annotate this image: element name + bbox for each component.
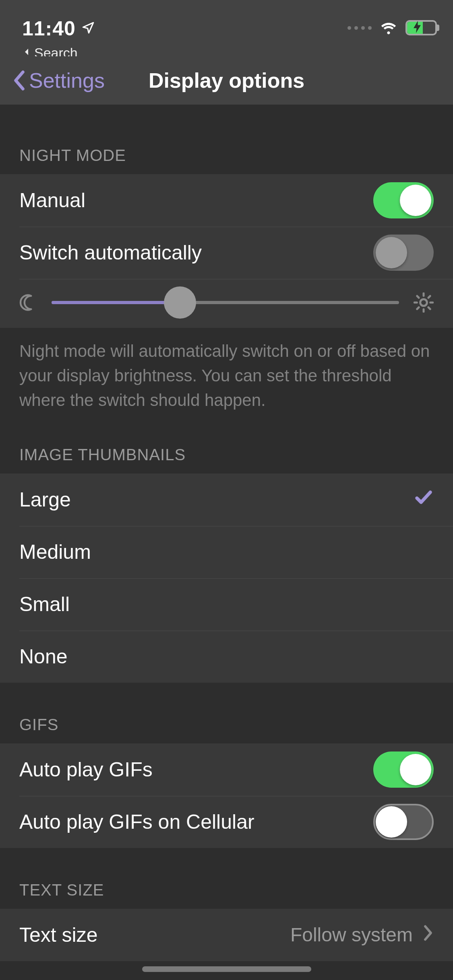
svg-line-7 [417,307,419,309]
row-manual[interactable]: Manual [0,174,453,226]
wifi-icon [379,20,398,35]
page-title: Display options [149,68,304,93]
manual-label: Manual [19,189,85,212]
brightness-slider[interactable] [52,301,399,304]
battery-indicator [405,20,437,35]
nav-bar: Settings Display options [0,56,453,105]
svg-point-0 [420,299,427,306]
home-indicator[interactable] [142,966,311,972]
night-mode-footer: Night mode will automatically switch on … [0,328,453,413]
row-autoplay-gifs[interactable]: Auto play GIFs [0,743,453,796]
text-size-value: Follow system [290,924,413,946]
charging-icon [413,21,421,35]
autoplay-gifs-toggle[interactable] [373,751,434,788]
moon-icon [19,294,37,311]
text-size-label: Text size [19,923,98,947]
brightness-threshold-slider-row [0,279,453,328]
thumbnail-option-large[interactable]: Large [0,474,453,526]
status-bar: 11:40 Search [0,0,453,56]
autoplay-cellular-label: Auto play GIFs on Cellular [19,810,254,834]
thumbnail-option-none[interactable]: None [0,630,453,683]
chevron-right-icon [422,923,434,947]
chevron-left-icon [12,70,27,91]
section-header-thumbnails: IMAGE THUMBNAILS [0,413,453,474]
section-header-night-mode: NIGHT MODE [0,105,453,174]
svg-line-3 [417,296,419,298]
status-time: 11:40 [22,17,76,40]
row-text-size[interactable]: Text size Follow system [0,909,453,961]
section-header-text-size: TEXT SIZE [0,848,453,909]
slider-thumb[interactable] [164,286,196,319]
option-label: None [19,645,68,668]
slider-fill [52,301,180,304]
svg-line-8 [428,296,430,298]
row-switch-automatically[interactable]: Switch automatically [0,226,453,279]
auto-switch-toggle[interactable] [373,235,434,271]
back-label: Settings [29,68,105,93]
thumbnail-option-small[interactable]: Small [0,578,453,630]
option-label: Large [19,488,71,511]
thumbnail-option-medium[interactable]: Medium [0,526,453,578]
signal-indicator [348,26,372,30]
option-label: Small [19,593,70,616]
manual-toggle[interactable] [373,182,434,218]
sun-icon [414,292,434,313]
autoplay-gifs-label: Auto play GIFs [19,758,153,781]
back-button[interactable]: Settings [12,68,105,93]
section-header-gifs: GIFS [0,683,453,743]
autoplay-cellular-toggle[interactable] [373,804,434,840]
auto-switch-label: Switch automatically [19,241,202,264]
option-label: Medium [19,540,91,564]
checkmark-icon [414,487,434,512]
row-autoplay-gifs-cellular[interactable]: Auto play GIFs on Cellular [0,796,453,848]
location-icon [81,21,95,36]
svg-line-4 [428,307,430,309]
